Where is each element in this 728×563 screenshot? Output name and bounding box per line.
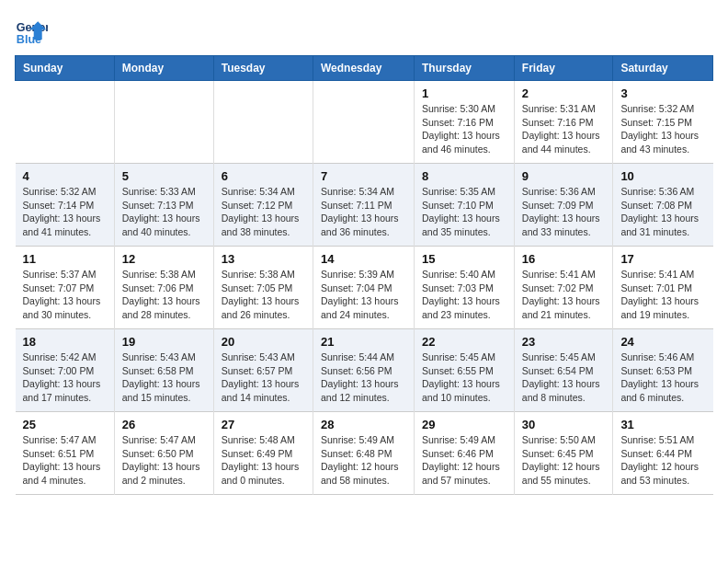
calendar-cell — [213, 81, 313, 164]
day-info: Sunrise: 5:39 AM Sunset: 7:04 PM Dayligh… — [321, 268, 406, 322]
day-number: 28 — [321, 418, 406, 431]
calendar-cell: 12Sunrise: 5:38 AM Sunset: 7:06 PM Dayli… — [114, 247, 213, 329]
header-friday: Friday — [514, 56, 613, 81]
day-info: Sunrise: 5:38 AM Sunset: 7:06 PM Dayligh… — [122, 268, 206, 322]
day-number: 11 — [23, 252, 107, 266]
calendar-cell: 20Sunrise: 5:43 AM Sunset: 6:57 PM Dayli… — [213, 329, 313, 412]
day-info: Sunrise: 5:34 AM Sunset: 7:12 PM Dayligh… — [222, 185, 305, 239]
calendar-cell: 10Sunrise: 5:36 AM Sunset: 7:08 PM Dayli… — [613, 164, 713, 247]
day-number: 27 — [222, 418, 305, 431]
calendar-cell — [313, 81, 414, 164]
day-info: Sunrise: 5:40 AM Sunset: 7:03 PM Dayligh… — [422, 268, 506, 322]
header-sunday: Sunday — [16, 56, 115, 81]
calendar-cell: 6Sunrise: 5:34 AM Sunset: 7:12 PM Daylig… — [213, 164, 313, 247]
day-info: Sunrise: 5:37 AM Sunset: 7:07 PM Dayligh… — [23, 268, 107, 322]
day-info: Sunrise: 5:43 AM Sunset: 6:57 PM Dayligh… — [222, 350, 305, 405]
calendar-cell: 2Sunrise: 5:31 AM Sunset: 7:16 PM Daylig… — [514, 81, 613, 164]
day-info: Sunrise: 5:48 AM Sunset: 6:49 PM Dayligh… — [222, 433, 305, 488]
day-info: Sunrise: 5:33 AM Sunset: 7:13 PM Dayligh… — [122, 185, 206, 239]
calendar-cell: 14Sunrise: 5:39 AM Sunset: 7:04 PM Dayli… — [313, 247, 414, 329]
calendar-cell: 11Sunrise: 5:37 AM Sunset: 7:07 PM Dayli… — [16, 247, 115, 329]
calendar-cell — [114, 81, 213, 164]
day-number: 25 — [23, 418, 107, 431]
day-number: 20 — [222, 335, 305, 349]
calendar-cell: 5Sunrise: 5:33 AM Sunset: 7:13 PM Daylig… — [114, 164, 213, 247]
calendar-cell: 22Sunrise: 5:45 AM Sunset: 6:55 PM Dayli… — [415, 329, 515, 412]
calendar-cell: 27Sunrise: 5:48 AM Sunset: 6:49 PM Dayli… — [213, 412, 313, 495]
calendar-cell: 13Sunrise: 5:38 AM Sunset: 7:05 PM Dayli… — [213, 247, 313, 329]
calendar-cell: 26Sunrise: 5:47 AM Sunset: 6:50 PM Dayli… — [114, 412, 213, 495]
day-info: Sunrise: 5:43 AM Sunset: 6:58 PM Dayligh… — [122, 350, 206, 405]
calendar-cell — [16, 81, 115, 164]
logo-icon: General Blue — [15, 15, 48, 48]
day-info: Sunrise: 5:42 AM Sunset: 7:00 PM Dayligh… — [23, 350, 107, 405]
day-number: 21 — [321, 335, 406, 349]
day-info: Sunrise: 5:45 AM Sunset: 6:55 PM Dayligh… — [422, 350, 506, 405]
calendar-cell: 19Sunrise: 5:43 AM Sunset: 6:58 PM Dayli… — [114, 329, 213, 412]
day-number: 5 — [122, 169, 206, 183]
day-info: Sunrise: 5:30 AM Sunset: 7:16 PM Dayligh… — [422, 102, 506, 156]
day-number: 13 — [222, 252, 305, 266]
day-info: Sunrise: 5:44 AM Sunset: 6:56 PM Dayligh… — [321, 350, 406, 405]
day-info: Sunrise: 5:38 AM Sunset: 7:05 PM Dayligh… — [222, 268, 305, 322]
week-row-5: 25Sunrise: 5:47 AM Sunset: 6:51 PM Dayli… — [16, 412, 713, 495]
week-row-4: 18Sunrise: 5:42 AM Sunset: 7:00 PM Dayli… — [16, 329, 713, 412]
day-number: 31 — [620, 418, 705, 431]
day-number: 7 — [321, 169, 406, 183]
day-number: 17 — [620, 252, 705, 266]
calendar-cell: 4Sunrise: 5:32 AM Sunset: 7:14 PM Daylig… — [16, 164, 115, 247]
day-number: 3 — [620, 86, 705, 100]
day-info: Sunrise: 5:47 AM Sunset: 6:50 PM Dayligh… — [122, 433, 206, 488]
page-header: General Blue — [15, 15, 713, 48]
day-number: 30 — [522, 418, 606, 431]
day-info: Sunrise: 5:51 AM Sunset: 6:44 PM Dayligh… — [620, 433, 705, 488]
header-monday: Monday — [114, 56, 213, 81]
day-info: Sunrise: 5:45 AM Sunset: 6:54 PM Dayligh… — [522, 350, 606, 405]
week-row-1: 1Sunrise: 5:30 AM Sunset: 7:16 PM Daylig… — [16, 81, 713, 164]
day-number: 8 — [422, 169, 506, 183]
day-info: Sunrise: 5:50 AM Sunset: 6:45 PM Dayligh… — [522, 433, 606, 488]
calendar-cell: 16Sunrise: 5:41 AM Sunset: 7:02 PM Dayli… — [514, 247, 613, 329]
calendar-cell: 24Sunrise: 5:46 AM Sunset: 6:53 PM Dayli… — [613, 329, 713, 412]
calendar-cell: 31Sunrise: 5:51 AM Sunset: 6:44 PM Dayli… — [613, 412, 713, 495]
calendar-cell: 9Sunrise: 5:36 AM Sunset: 7:09 PM Daylig… — [514, 164, 613, 247]
calendar-cell: 7Sunrise: 5:34 AM Sunset: 7:11 PM Daylig… — [313, 164, 414, 247]
day-number: 4 — [23, 169, 107, 183]
calendar-cell: 15Sunrise: 5:40 AM Sunset: 7:03 PM Dayli… — [415, 247, 515, 329]
day-number: 24 — [620, 335, 705, 349]
calendar-cell: 21Sunrise: 5:44 AM Sunset: 6:56 PM Dayli… — [313, 329, 414, 412]
day-number: 26 — [122, 418, 206, 431]
day-number: 9 — [522, 169, 606, 183]
calendar-cell: 3Sunrise: 5:32 AM Sunset: 7:15 PM Daylig… — [613, 81, 713, 164]
day-info: Sunrise: 5:49 AM Sunset: 6:48 PM Dayligh… — [321, 433, 406, 488]
day-number: 6 — [222, 169, 305, 183]
day-info: Sunrise: 5:34 AM Sunset: 7:11 PM Dayligh… — [321, 185, 406, 239]
calendar-cell: 1Sunrise: 5:30 AM Sunset: 7:16 PM Daylig… — [415, 81, 515, 164]
day-info: Sunrise: 5:36 AM Sunset: 7:09 PM Dayligh… — [522, 185, 606, 239]
header-wednesday: Wednesday — [313, 56, 414, 81]
day-info: Sunrise: 5:41 AM Sunset: 7:01 PM Dayligh… — [620, 268, 705, 322]
header-thursday: Thursday — [415, 56, 515, 81]
day-number: 23 — [522, 335, 606, 349]
calendar-cell: 23Sunrise: 5:45 AM Sunset: 6:54 PM Dayli… — [514, 329, 613, 412]
day-number: 12 — [122, 252, 206, 266]
day-number: 29 — [422, 418, 506, 431]
day-number: 14 — [321, 252, 406, 266]
day-info: Sunrise: 5:32 AM Sunset: 7:14 PM Dayligh… — [23, 185, 107, 239]
day-info: Sunrise: 5:41 AM Sunset: 7:02 PM Dayligh… — [522, 268, 606, 322]
day-number: 16 — [522, 252, 606, 266]
calendar-cell: 18Sunrise: 5:42 AM Sunset: 7:00 PM Dayli… — [16, 329, 115, 412]
calendar-cell: 17Sunrise: 5:41 AM Sunset: 7:01 PM Dayli… — [613, 247, 713, 329]
calendar-header-row: SundayMondayTuesdayWednesdayThursdayFrid… — [16, 56, 713, 81]
calendar-cell: 25Sunrise: 5:47 AM Sunset: 6:51 PM Dayli… — [16, 412, 115, 495]
day-info: Sunrise: 5:31 AM Sunset: 7:16 PM Dayligh… — [522, 102, 606, 156]
day-number: 15 — [422, 252, 506, 266]
day-number: 1 — [422, 86, 506, 100]
day-info: Sunrise: 5:36 AM Sunset: 7:08 PM Dayligh… — [620, 185, 705, 239]
day-number: 2 — [522, 86, 606, 100]
day-info: Sunrise: 5:47 AM Sunset: 6:51 PM Dayligh… — [23, 433, 107, 488]
calendar-cell: 28Sunrise: 5:49 AM Sunset: 6:48 PM Dayli… — [313, 412, 414, 495]
day-info: Sunrise: 5:35 AM Sunset: 7:10 PM Dayligh… — [422, 185, 506, 239]
header-saturday: Saturday — [613, 56, 713, 81]
header-tuesday: Tuesday — [213, 56, 313, 81]
